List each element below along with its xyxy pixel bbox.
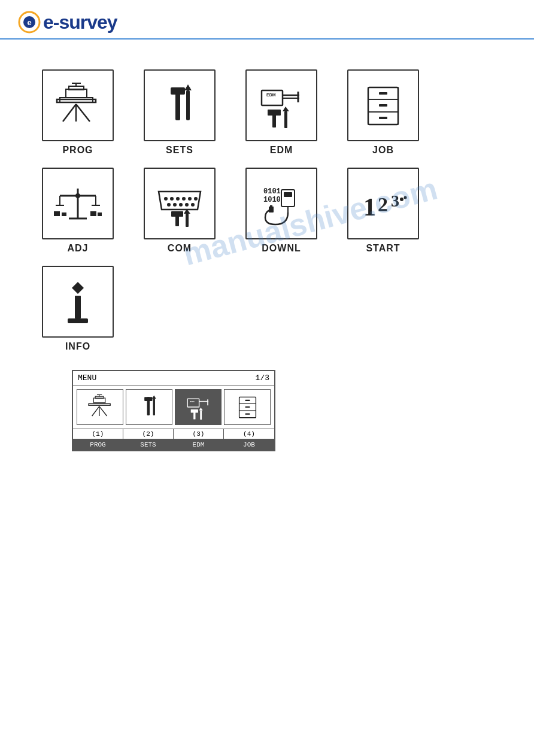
downl-icon-box: 0101 1010 [245, 168, 317, 239]
page-header: e e-survey [0, 0, 534, 40]
info-icon-box [42, 266, 114, 338]
icon-grid: PROG SETS EDM [36, 69, 498, 352]
svg-marker-72 [72, 282, 84, 294]
svg-marker-94 [199, 408, 202, 410]
svg-point-45 [164, 197, 168, 201]
svg-point-52 [173, 203, 177, 207]
job-icon-box [347, 69, 419, 141]
screen-header: MENU 1/3 [73, 371, 274, 385]
screen-key-prog: PROG [73, 439, 123, 450]
device-screen: MENU 1/3 [72, 370, 275, 451]
svg-rect-23 [284, 111, 287, 128]
screen-key-num-4: (4) [224, 429, 274, 439]
screen-icon-prog [77, 389, 123, 425]
svg-point-48 [182, 197, 186, 201]
svg-rect-77 [95, 396, 104, 398]
info-icon [51, 275, 105, 329]
svg-point-70 [400, 198, 403, 201]
svg-rect-58 [186, 214, 189, 227]
svg-rect-13 [171, 87, 185, 95]
start-icon-box: 1 2 3 [347, 168, 419, 239]
svg-text:3: 3 [391, 192, 399, 210]
svg-point-46 [170, 197, 174, 201]
svg-marker-15 [184, 84, 192, 90]
icon-item-sets[interactable]: SETS [138, 69, 222, 156]
svg-rect-43 [98, 212, 102, 216]
svg-line-9 [63, 104, 76, 122]
screen-page-indicator: 1/3 [256, 374, 269, 382]
start-icon: 1 2 3 [356, 177, 410, 230]
screen-icon-sets [126, 389, 172, 425]
svg-text:e: e [27, 18, 31, 27]
svg-point-47 [176, 197, 180, 201]
svg-rect-41 [62, 212, 66, 216]
svg-rect-40 [54, 211, 60, 216]
svg-text:EDM: EDM [190, 400, 195, 403]
svg-rect-93 [200, 411, 202, 420]
svg-line-80 [92, 406, 99, 416]
svg-rect-76 [93, 398, 105, 403]
svg-rect-75 [89, 403, 110, 405]
sets-icon-box [144, 69, 216, 141]
svg-point-34 [75, 193, 80, 198]
screen-footer: PROG SETS EDM JOB [73, 439, 274, 450]
screen-menu-label: MENU [78, 374, 96, 382]
svg-rect-85 [153, 399, 154, 415]
icon-item-job[interactable]: JOB [341, 69, 425, 156]
svg-text:EDM: EDM [266, 93, 276, 97]
svg-rect-42 [90, 211, 96, 216]
icon-item-info[interactable]: INFO [36, 266, 120, 352]
prog-icon [51, 78, 105, 132]
svg-rect-66 [270, 205, 272, 208]
logo: e e-survey [18, 11, 516, 34]
edm-label: EDM [270, 145, 293, 156]
svg-point-50 [194, 197, 198, 201]
com-label: COM [168, 243, 192, 254]
icon-item-prog[interactable]: PROG [36, 69, 120, 156]
icon-item-com[interactable]: COM [138, 168, 222, 254]
svg-marker-86 [151, 396, 156, 399]
icon-item-downl[interactable]: 0101 1010 DOWNL [239, 168, 323, 254]
job-icon [356, 78, 410, 132]
logo-text: e-survey [43, 11, 117, 34]
svg-rect-6 [69, 86, 84, 90]
svg-point-51 [167, 203, 171, 207]
screen-key-sets: SETS [123, 439, 174, 450]
svg-text:1: 1 [363, 193, 376, 221]
svg-rect-74 [68, 318, 88, 323]
info-label: INFO [65, 341, 90, 352]
icon-item-adj[interactable]: ADJ [36, 168, 120, 254]
sets-icon [153, 78, 207, 132]
screen-key-job: JOB [224, 439, 274, 450]
svg-text:2: 2 [378, 193, 388, 215]
screen-icon-job [224, 389, 271, 425]
svg-rect-30 [379, 104, 387, 107]
downl-icon: 0101 1010 [254, 177, 308, 230]
com-icon-box [144, 168, 216, 239]
screen-icon-edm: EDM [175, 389, 222, 425]
svg-text:0101: 0101 [263, 187, 281, 196]
svg-point-55 [191, 203, 195, 207]
svg-rect-22 [268, 110, 281, 116]
svg-point-49 [188, 197, 192, 201]
prog-icon-box [42, 69, 114, 141]
svg-rect-92 [190, 409, 198, 413]
downl-label: DOWNL [262, 243, 301, 254]
svg-text:1010: 1010 [263, 196, 281, 204]
adj-icon [51, 177, 105, 230]
svg-rect-101 [245, 414, 250, 415]
icon-item-edm[interactable]: EDM EDM [239, 69, 323, 156]
svg-marker-44 [159, 192, 201, 210]
svg-rect-29 [379, 92, 387, 95]
svg-point-53 [179, 203, 183, 207]
screen-num-row: (1) (2) (3) (4) [73, 429, 274, 439]
edm-icon: EDM [254, 78, 308, 132]
svg-point-54 [185, 203, 189, 207]
edm-icon-box: EDM [245, 69, 317, 141]
sets-label: SETS [166, 145, 193, 156]
svg-rect-57 [171, 211, 183, 217]
menu-section: PROG SETS EDM [0, 40, 534, 481]
icon-item-start[interactable]: 1 2 3 START [341, 168, 425, 254]
screen-key-num-1: (1) [73, 429, 123, 439]
start-label: START [366, 243, 400, 254]
